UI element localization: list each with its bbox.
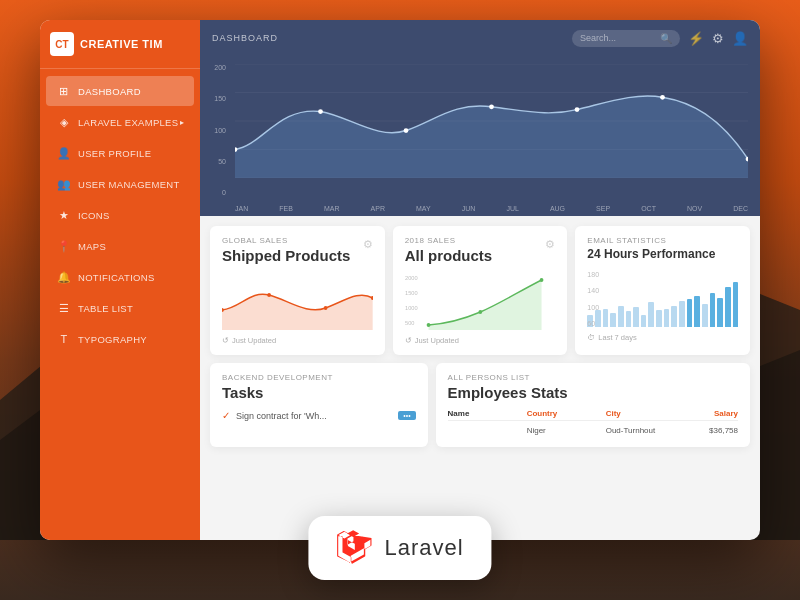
bar-10 — [656, 310, 662, 327]
sidebar-item-label: NOTIFICATIONS — [78, 272, 155, 283]
sidebar-item-label: TYPOGRAPHY — [78, 334, 147, 345]
row-salary: $36,758 — [685, 426, 738, 435]
bar-9 — [648, 302, 654, 327]
sidebar-item-typography[interactable]: T TYPOGRAPHY — [46, 324, 194, 354]
sidebar: CT CREATIVE TIM ⊞ DASHBOARD ◈ LARAVEL EX… — [40, 20, 200, 540]
sidebar-item-maps[interactable]: 📍 MAPS — [46, 231, 194, 261]
svg-point-9 — [404, 128, 409, 133]
x-label-nov: NOV — [687, 205, 702, 212]
svg-text:500: 500 — [405, 320, 414, 326]
card-gear-icon-2[interactable]: ⚙ — [545, 238, 555, 251]
row-city: Oud-Turnhout — [606, 426, 677, 435]
sidebar-item-label: LARAVEL EXAMPLES — [78, 117, 178, 128]
star-icon: ★ — [56, 207, 72, 223]
dashboard-icon: ⊞ — [56, 83, 72, 99]
card-label-employees: All Persons List — [448, 373, 738, 382]
user-icon[interactable]: 👤 — [732, 31, 748, 46]
card-footer-all: ↺ Just Updated — [405, 336, 556, 345]
users-icon: 👥 — [56, 176, 72, 192]
card-gear-icon[interactable]: ⚙ — [363, 238, 373, 251]
y-label-100: 100 — [214, 127, 226, 134]
x-label-may: MAY — [416, 205, 431, 212]
card-title: Shipped Products — [222, 247, 373, 264]
col-header-name: Name — [448, 409, 519, 418]
refresh-icon-2: ↺ — [405, 336, 412, 345]
chart-x-axis: JAN FEB MAR APR MAY JUN JUL AUG SEP OCT … — [235, 205, 748, 212]
bar-16 — [702, 304, 708, 327]
header-icons: ⚡ ⚙ 👤 — [688, 31, 748, 46]
x-label-jun: JUN — [462, 205, 476, 212]
task-row-1: ✓ Sign contract for 'Wh... ••• — [222, 407, 416, 424]
sidebar-item-label: USER MANAGEMENT — [78, 179, 180, 190]
svg-point-23 — [478, 310, 482, 314]
card-all-products: ⚙ 2018 Sales All products 2000 1500 1000… — [393, 226, 568, 355]
bar-12 — [671, 306, 677, 327]
svg-point-11 — [575, 107, 580, 112]
bell-icon: 🔔 — [56, 269, 72, 285]
bar-7 — [633, 307, 639, 327]
bar-19 — [725, 287, 731, 327]
chart-y-axis: 200 150 100 50 0 — [200, 64, 230, 196]
svg-point-24 — [539, 278, 543, 282]
sidebar-nav: ⊞ DASHBOARD ◈ LARAVEL EXAMPLES ▸ 👤 USER … — [40, 69, 200, 540]
sidebar-item-label: TABLE LIST — [78, 303, 133, 314]
sidebar-item-label: USER PROFILE — [78, 148, 151, 159]
col-header-city: City — [606, 409, 677, 418]
y-label-200: 200 — [214, 64, 226, 71]
x-label-aug: AUG — [550, 205, 565, 212]
task-text: Sign contract for 'Wh... — [236, 411, 327, 421]
svg-point-8 — [318, 109, 323, 114]
card-chart-all: 2000 1500 1000 500 — [405, 270, 556, 330]
main-content: DASHBOARD 🔍 ⚡ ⚙ 👤 200 150 100 50 0 — [200, 20, 760, 540]
type-icon: T — [56, 331, 72, 347]
x-label-apr: APR — [371, 205, 385, 212]
y-180: 180 — [587, 271, 615, 278]
sidebar-item-notifications[interactable]: 🔔 NOTIFICATIONS — [46, 262, 194, 292]
svg-point-22 — [426, 323, 430, 327]
card-employees-stats: All Persons List Employees Stats Name Co… — [436, 363, 750, 447]
bar-15 — [694, 296, 700, 327]
x-label-dec: DEC — [733, 205, 748, 212]
bar-5 — [618, 306, 624, 327]
y-label-50: 50 — [218, 158, 226, 165]
bar-17 — [710, 293, 716, 327]
sidebar-item-user-profile[interactable]: 👤 USER PROFILE — [46, 138, 194, 168]
sidebar-item-dashboard[interactable]: ⊞ DASHBOARD — [46, 76, 194, 106]
card-chart-shipped — [222, 270, 373, 330]
x-label-sep: SEP — [596, 205, 610, 212]
card-label-2: 2018 Sales — [405, 236, 556, 245]
svg-point-12 — [660, 95, 665, 100]
svg-point-10 — [489, 104, 494, 109]
sidebar-item-label: MAPS — [78, 241, 106, 252]
bolt-icon[interactable]: ⚡ — [688, 31, 704, 46]
list-icon: ☰ — [56, 300, 72, 316]
bar-14 — [687, 299, 693, 327]
sidebar-item-label: DASHBOARD — [78, 86, 141, 97]
search-input[interactable] — [580, 33, 660, 43]
x-label-feb: FEB — [279, 205, 293, 212]
y-label-0: 0 — [222, 189, 226, 196]
gear-icon[interactable]: ⚙ — [712, 31, 724, 46]
laravel-text: Laravel — [384, 535, 463, 561]
sidebar-item-user-management[interactable]: 👥 USER MANAGEMENT — [46, 169, 194, 199]
svg-point-16 — [324, 306, 328, 310]
laravel-icon: ◈ — [56, 114, 72, 130]
card-label-tasks: Backend Development — [222, 373, 416, 382]
bar-11 — [664, 309, 670, 327]
sidebar-item-icons[interactable]: ★ ICONS — [46, 200, 194, 230]
x-label-jul: JUL — [506, 205, 518, 212]
main-chart-area: 200 150 100 50 0 — [200, 56, 760, 216]
y-label-150: 150 — [214, 95, 226, 102]
row-country: Niger — [527, 426, 598, 435]
laravel-overlay: Laravel — [308, 516, 491, 580]
sidebar-item-table-list[interactable]: ☰ TABLE LIST — [46, 293, 194, 323]
x-label-jan: JAN — [235, 205, 248, 212]
bar-13 — [679, 301, 685, 327]
row-name — [448, 426, 519, 435]
refresh-icon: ↺ — [222, 336, 229, 345]
sidebar-item-laravel[interactable]: ◈ LARAVEL EXAMPLES ▸ — [46, 107, 194, 137]
bar-chart-y-axis: 180 140 100 60 — [587, 271, 615, 327]
card-title-2: All products — [405, 247, 556, 264]
search-box[interactable]: 🔍 — [572, 30, 680, 47]
svg-text:1000: 1000 — [405, 305, 418, 311]
